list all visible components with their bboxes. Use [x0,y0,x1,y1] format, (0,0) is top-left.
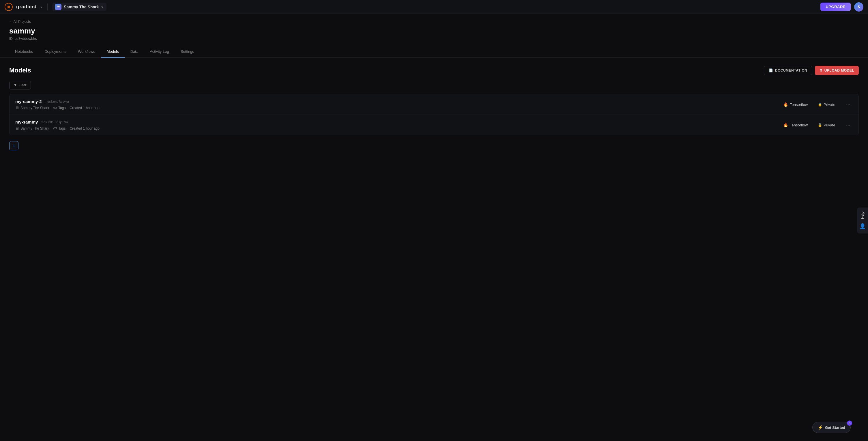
lock-icon: 🔒 [818,102,822,106]
header-actions: 📄 DOCUMENTATION ⬆ UPLOAD MODEL [764,66,859,75]
upload-icon: ⬆ [819,68,823,72]
user-avatar[interactable]: S [854,2,863,11]
models-list: my-sammy-2 mos5zmo7xisyjqr 🖥 Sammy The S… [9,94,859,135]
logo-icon[interactable] [5,3,13,11]
model-tags[interactable]: 🏷 Tags [53,106,65,110]
project-chevron-icon: ∨ [101,5,103,9]
filter-button[interactable]: ▼ Filter [9,81,31,90]
get-started-badge: 3 [847,420,852,426]
filter-bar: ▼ Filter [9,81,859,90]
tab-data[interactable]: Data [125,46,144,58]
model-info: my-sammy mos3z81021qq89u 🖥 Sammy The Sha… [15,120,783,130]
tab-settings[interactable]: Settings [175,46,200,58]
tensorflow-icon: 🔥 [783,102,788,107]
model-info: my-sammy-2 mos5zmo7xisyjqr 🖥 Sammy The S… [15,99,783,110]
project-title: sammy [9,27,859,35]
docs-icon: 📄 [769,68,773,72]
model-actions-button[interactable]: ··· [844,100,853,109]
project-id-row: ID pa7wbbowbhs [9,37,859,41]
project-selector-label: Sammy The Shark [64,5,99,9]
owner-icon: 🖥 [15,106,19,110]
project-avatar-icon: 🦈 [55,4,61,10]
upload-model-button[interactable]: ⬆ UPLOAD MODEL [815,66,859,75]
model-privacy: 🔒 Private [818,102,844,107]
main-content: Models 📄 DOCUMENTATION ⬆ UPLOAD MODEL ▼ … [0,58,868,158]
model-name: my-sammy [15,120,38,124]
project-header: ← All Projects sammy ID pa7wbbowbhs [0,14,868,41]
project-id-value: pa7wbbowbhs [15,37,37,41]
filter-icon: ▼ [13,83,17,87]
lock-icon: 🔒 [818,123,822,127]
topnav: gradient ∨ 🦈 Sammy The Shark ∨ UPGRADE S [0,0,868,14]
model-created: Created 1 hour ago [70,126,99,130]
tab-models[interactable]: Models [101,46,125,58]
model-actions-button[interactable]: ··· [844,121,853,129]
help-label: Help [861,212,865,219]
help-panel: Help 👤 [857,208,868,233]
help-icon[interactable]: 👤 [859,223,866,229]
model-name: my-sammy-2 [15,99,42,104]
documentation-button[interactable]: 📄 DOCUMENTATION [764,66,812,75]
tab-notebooks[interactable]: Notebooks [9,46,39,58]
model-name-row: my-sammy-2 mos5zmo7xisyjqr [15,99,783,104]
tabs-bar: Notebooks Deployments Workflows Models D… [0,46,868,58]
tab-deployments[interactable]: Deployments [39,46,72,58]
models-header: Models 📄 DOCUMENTATION ⬆ UPLOAD MODEL [9,66,859,75]
models-title: Models [9,67,31,74]
model-meta: 🖥 Sammy The Shark 🏷 Tags Created 1 hour … [15,106,783,110]
get-started-label: Get Started [825,426,845,430]
page-1-button[interactable]: 1 [9,141,19,150]
tab-activity-log[interactable]: Activity Log [144,46,175,58]
project-selector[interactable]: 🦈 Sammy The Shark ∨ [52,3,106,11]
model-owner: 🖥 Sammy The Shark [15,126,49,130]
model-id: mos3z81021qq89u [41,120,68,124]
model-id: mos5zmo7xisyjqr [45,100,69,103]
model-meta: 🖥 Sammy The Shark 🏷 Tags Created 1 hour … [15,126,783,130]
app-chevron-icon[interactable]: ∨ [40,5,43,9]
model-framework: 🔥 Tensorflow [783,123,818,127]
model-privacy: 🔒 Private [818,123,844,127]
bolt-icon: ⚡ [818,425,823,430]
tag-icon: 🏷 [53,126,57,130]
model-owner: 🖥 Sammy The Shark [15,106,49,110]
project-id-label: ID [9,37,13,41]
model-item[interactable]: my-sammy-2 mos5zmo7xisyjqr 🖥 Sammy The S… [9,94,859,115]
model-tags[interactable]: 🏷 Tags [53,126,65,130]
model-framework: 🔥 Tensorflow [783,102,818,107]
breadcrumb[interactable]: ← All Projects [9,20,859,24]
tag-icon: 🏷 [53,106,57,110]
model-created: Created 1 hour ago [70,106,99,110]
app-logo-text: gradient [16,4,37,10]
get-started-button[interactable]: ⚡ Get Started 3 [812,422,851,433]
tensorflow-icon: 🔥 [783,123,788,127]
nav-divider [47,3,48,10]
upgrade-button[interactable]: UPGRADE [820,3,851,11]
owner-icon: 🖥 [15,126,19,130]
pagination: 1 [9,141,859,150]
tab-workflows[interactable]: Workflows [72,46,101,58]
model-item[interactable]: my-sammy mos3z81021qq89u 🖥 Sammy The Sha… [9,115,859,135]
model-name-row: my-sammy mos3z81021qq89u [15,120,783,124]
